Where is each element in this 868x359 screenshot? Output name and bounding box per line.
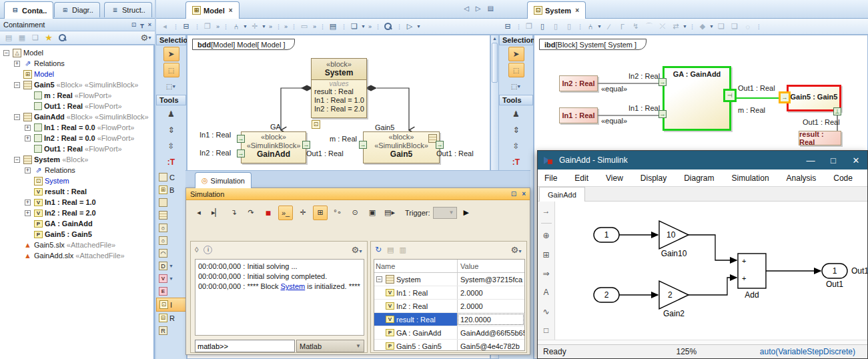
marquee-tool-button[interactable]: ⬚ xyxy=(508,63,524,77)
tree-item[interactable]: Out1 : Real«FlowPort» xyxy=(0,143,153,154)
menu-analysis[interactable]: Analysis xyxy=(787,173,817,183)
toolbar-overflow-icon[interactable]: » xyxy=(368,23,372,30)
ibd-part-in2[interactable]: In2 : Real xyxy=(559,75,598,91)
expand-toggle[interactable]: + xyxy=(25,210,31,216)
gain2-value[interactable]: 2 xyxy=(668,290,673,300)
console-prompt-input[interactable] xyxy=(195,340,295,352)
tree-item[interactable]: PGA : GainAdd xyxy=(0,218,153,229)
simulink-hscrollbar[interactable] xyxy=(538,340,867,344)
bdd-gain5-block[interactable]: «block» «SimulinkBlock» Gain5 xyxy=(363,131,440,163)
left-tab-struct[interactable]: ≣Struct.. xyxy=(104,2,152,17)
palette-item[interactable]: E xyxy=(156,285,186,298)
collapse-toggle[interactable]: − xyxy=(14,114,20,120)
bdd-gainadd-block[interactable]: «block» «SimulinkBlock» GainAdd xyxy=(241,131,306,163)
zigzag-icon[interactable]: ↯ xyxy=(630,21,642,33)
stamp-tool-icon[interactable]: ♟ xyxy=(163,107,179,121)
scope-icon[interactable]: ∿ xyxy=(538,304,554,318)
variables-name-cell[interactable]: VIn2 : Real xyxy=(374,300,457,312)
copy-icon[interactable]: ❐ xyxy=(201,21,213,33)
gainadd-port-in1[interactable]: → xyxy=(237,135,245,143)
float-window-icon[interactable]: ⊡ xyxy=(511,190,516,198)
bdd-system-block[interactable]: «block» System values result : Real In1 … xyxy=(311,58,367,118)
open-diagram-icon[interactable]: ❏ xyxy=(29,32,41,44)
copy-icon[interactable]: ❐ xyxy=(523,21,535,33)
tree-item[interactable]: +⇗Relations xyxy=(0,165,153,175)
menu-simulation[interactable]: Simulation xyxy=(732,173,769,183)
tree-icon[interactable]: ⊟ xyxy=(502,21,514,33)
close-icon[interactable]: × xyxy=(522,190,526,198)
collapse-selected-icon[interactable]: ▦ xyxy=(16,32,28,44)
eraser-icon[interactable]: ◊ xyxy=(195,246,198,254)
dropdown-arrow-icon[interactable]: ▼ xyxy=(709,24,714,29)
menu-diagram[interactable]: Diagram xyxy=(684,173,714,183)
stepplay-icon[interactable]: ▸▏ xyxy=(209,206,224,220)
palette-item[interactable]: ○ xyxy=(156,234,186,247)
expand-toggle[interactable]: + xyxy=(25,200,31,206)
settings-gear-dropdown-icon[interactable]: ▼ xyxy=(147,35,152,40)
variables-value-cell[interactable]: Gain5@4e4c782b xyxy=(457,340,524,351)
refresh-icon[interactable]: ↻ xyxy=(375,245,382,254)
close-panel-icon[interactable]: × xyxy=(148,21,151,28)
console-log[interactable]: 00:00:00,000 : Initial solving ...00:00:… xyxy=(195,259,364,336)
variables-value-cell[interactable]: 2.0000 xyxy=(457,286,524,299)
variables-value-cell[interactable]: System@37215fca xyxy=(457,273,524,286)
favorites-star-icon[interactable]: ★ xyxy=(43,32,55,44)
run-flag-icon[interactable]: ▶ xyxy=(464,208,469,217)
export-icon[interactable]: ▥ xyxy=(399,246,406,254)
blank-icon[interactable]: □ xyxy=(538,323,554,338)
search-icon[interactable] xyxy=(56,32,68,44)
variables-name-cell[interactable]: Vresult : Real xyxy=(374,313,457,326)
swap-icon[interactable]: ⇄ xyxy=(670,21,682,33)
gain5-port-m[interactable]: → xyxy=(779,91,791,103)
dropdown-arrow-icon[interactable]: ▼ xyxy=(169,276,173,281)
paint-icon[interactable]: ◆ xyxy=(697,21,709,33)
target-icon[interactable]: ✛ xyxy=(249,21,261,33)
gainadd-port-in2[interactable]: → xyxy=(237,149,245,157)
variables-row[interactable]: Vresult : Real120.0000 xyxy=(374,313,524,326)
curve-icon[interactable]: ⌒ xyxy=(643,21,655,33)
menu-display[interactable]: Display xyxy=(640,173,667,183)
palette-item[interactable]: ⊞B xyxy=(156,184,186,196)
back-icon[interactable]: ◂ xyxy=(159,21,171,33)
tree-item[interactable]: −System«Block» xyxy=(0,154,153,165)
variables-row[interactable]: −SystemSystem@37215fca xyxy=(374,273,524,286)
minimize-icon[interactable]: — xyxy=(799,155,822,165)
layout-icon[interactable]: ❏ xyxy=(348,21,360,33)
variables-name-cell[interactable]: VIn1 : Real xyxy=(374,286,457,299)
play-icon[interactable]: ▷ xyxy=(404,21,416,33)
palette-item[interactable]: R xyxy=(156,324,186,337)
variables-row[interactable]: VIn1 : Real2.0000 xyxy=(374,286,524,300)
corner-icon[interactable]: Γ xyxy=(616,21,628,33)
tab-list-icon[interactable]: ▤ xyxy=(488,5,494,12)
doccheck-icon[interactable]: ▤ xyxy=(327,21,339,33)
line-icon[interactable]: ∕ xyxy=(603,21,615,33)
inport1-label[interactable]: 1 xyxy=(604,230,609,240)
ibd-part-in1[interactable]: In1 : Real xyxy=(559,107,598,123)
toolbar-overflow-icon[interactable]: » xyxy=(269,23,272,30)
simulink-model-tab[interactable]: GainAdd xyxy=(539,187,585,202)
tree-item[interactable]: ⊡System xyxy=(0,175,153,186)
column-header-name[interactable]: Name xyxy=(374,260,457,272)
palette-item[interactable]: D▼ xyxy=(156,260,186,272)
grid-tool-button[interactable]: ⬚▼ xyxy=(163,79,179,93)
export-icon[interactable]: ▣ xyxy=(365,206,380,220)
stepover-icon[interactable]: ↷ xyxy=(244,206,258,220)
tab-system[interactable]: ⊡ System × xyxy=(527,1,586,19)
palette-item[interactable]: C xyxy=(156,171,186,184)
add-icon[interactable]: ▭ xyxy=(298,21,310,33)
menu-view[interactable]: View xyxy=(606,173,623,183)
info-icon[interactable]: i xyxy=(203,246,212,254)
ibd-ga-gainadd-part[interactable]: GA : GainAdd xyxy=(663,66,731,131)
vertical-split-tool-icon[interactable]: ⇕ xyxy=(508,123,524,137)
tree-item[interactable]: +In1 : Real = 0.0«FlowPort» xyxy=(0,122,153,133)
dropdown-arrow-icon[interactable]: ▼ xyxy=(262,24,266,29)
marquee-tool-button[interactable]: ⬚ xyxy=(163,63,179,77)
dots-icon[interactable]: °∘ xyxy=(330,206,345,220)
console-engine-select[interactable]: Matlab ▼ xyxy=(296,340,364,352)
vertical-split-tool-icon[interactable]: ⇕ xyxy=(163,123,179,137)
dropdown-arrow-icon[interactable]: ▼ xyxy=(597,24,602,29)
tree-item[interactable]: ⊞Model xyxy=(0,69,153,79)
vertical-merge-tool-icon[interactable]: ⇳ xyxy=(163,139,179,153)
tab-scroll-right-icon[interactable]: ▷ xyxy=(476,5,481,12)
import-icon[interactable]: ▤ xyxy=(387,246,394,254)
